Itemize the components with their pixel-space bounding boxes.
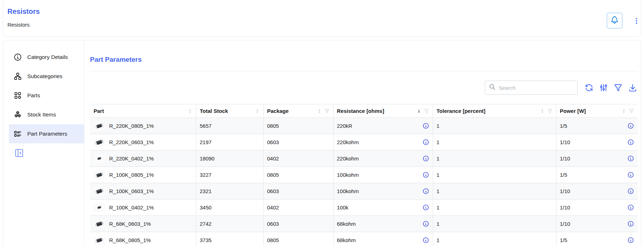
tolerance-value: 1 <box>433 183 556 199</box>
info-circle-icon[interactable] <box>627 122 634 129</box>
category-grid-icon <box>13 91 22 100</box>
breadcrumb[interactable]: Resistors <box>7 22 637 28</box>
page-title: Resistors <box>7 7 637 16</box>
info-circle-icon[interactable] <box>422 139 429 146</box>
tolerance-value: 1 <box>433 232 556 246</box>
list-details-icon <box>13 130 22 138</box>
package-value: 0603 <box>263 216 333 232</box>
tolerance-value: 1 <box>433 151 556 167</box>
sort-descending-icon[interactable] <box>416 108 421 114</box>
total-stock-value: 5657 <box>196 118 263 134</box>
column-header-part[interactable]: Part <box>90 104 196 118</box>
column-header-power-w[interactable]: Power [W] <box>556 104 638 118</box>
part-name: R_220K_0402_1% <box>109 155 154 162</box>
search-icon <box>489 83 496 92</box>
sort-selector-icon[interactable] <box>255 108 260 114</box>
column-label: Resistance [ohms] <box>337 108 416 114</box>
notifications-button[interactable] <box>607 13 622 28</box>
info-circle-icon[interactable] <box>422 237 429 244</box>
column-label: Tolerance [percent] <box>437 108 540 114</box>
sitemap-icon <box>13 72 22 81</box>
filter-icon[interactable] <box>613 83 623 93</box>
sidebar-item-label: Category Details <box>27 54 68 60</box>
info-circle-icon[interactable] <box>627 155 634 162</box>
divider <box>90 71 637 71</box>
package-value: 0805 <box>263 232 333 246</box>
search-input[interactable] <box>499 85 574 91</box>
info-circle-icon[interactable] <box>627 188 634 195</box>
table-row[interactable]: R_220K_0805_1%56570805220kR11/5 <box>90 118 638 134</box>
sort-selector-icon[interactable] <box>187 108 192 114</box>
column-header-total-stock[interactable]: Total Stock <box>196 104 263 118</box>
info-circle-icon[interactable] <box>627 204 634 211</box>
column-header-package[interactable]: Package <box>263 104 333 118</box>
info-circle-icon[interactable] <box>627 237 634 244</box>
info-circle-icon[interactable] <box>422 220 429 227</box>
power-value: 1/10 <box>560 155 570 162</box>
section-title: Part Parameters <box>90 55 637 64</box>
table-row[interactable]: R_68K_0603_1%2742060368kohm11/10 <box>90 216 638 232</box>
refresh-icon[interactable] <box>584 83 594 93</box>
package-value: 0402 <box>263 199 333 216</box>
part-name: R_220K_0805_1% <box>109 123 154 129</box>
column-label: Power [W] <box>560 108 622 114</box>
info-circle-icon[interactable] <box>627 171 634 178</box>
table-body: R_220K_0805_1%56570805220kR11/5R_220K_06… <box>90 118 638 246</box>
table-row[interactable]: R_100K_0805_1%32270805100kohm11/5 <box>90 167 638 183</box>
resistance-value: 68kohm <box>337 237 356 243</box>
tolerance-value: 1 <box>433 199 556 216</box>
search-box[interactable] <box>485 81 578 95</box>
table-header-row: PartTotal StockPackageResistance [ohms]T… <box>90 104 638 118</box>
total-stock-value: 2321 <box>196 183 263 199</box>
package-value: 0805 <box>263 167 333 183</box>
column-filter-icon[interactable] <box>629 108 634 114</box>
column-filter-icon[interactable] <box>324 108 330 114</box>
dots-vertical-icon <box>633 17 640 26</box>
adjustments-icon[interactable] <box>599 83 608 93</box>
sidebar-item-category-details[interactable]: Category Details <box>9 48 84 67</box>
package-value: 0603 <box>263 183 333 199</box>
column-header-tolerance-percent[interactable]: Tolerance [percent] <box>433 104 556 118</box>
column-label: Part <box>94 108 187 114</box>
table-row[interactable]: R_220K_0603_1%21970603220kohm11/10 <box>90 134 638 151</box>
column-filter-icon[interactable] <box>424 108 429 114</box>
power-value: 1/5 <box>560 237 567 243</box>
table-row[interactable]: R_100K_0603_1%23210603100kohm11/10 <box>90 183 638 199</box>
column-filter-icon[interactable] <box>547 108 553 114</box>
info-circle-icon[interactable] <box>422 204 429 211</box>
part-thumbnail <box>94 121 105 131</box>
info-circle-icon[interactable] <box>422 122 429 129</box>
info-circle-icon[interactable] <box>422 188 429 195</box>
total-stock-value: 3227 <box>196 167 263 183</box>
sort-selector-icon[interactable] <box>540 108 545 114</box>
sidebar-item-part-parameters[interactable]: Part Parameters <box>9 124 84 143</box>
sidebar-item-parts[interactable]: Parts <box>9 86 84 105</box>
sidebar-item-stock-items[interactable]: Stock Items <box>9 105 84 124</box>
table-row[interactable]: R_68K_0805_1%3735080568kohm11/5 <box>90 232 638 246</box>
sort-selector-icon[interactable] <box>317 108 322 114</box>
part-thumbnail <box>94 187 105 196</box>
table-row[interactable]: R_100K_0402_1%34500402100k11/10 <box>90 199 638 216</box>
info-circle-icon[interactable] <box>422 171 429 178</box>
tolerance-value: 1 <box>433 134 556 151</box>
download-icon[interactable] <box>628 83 637 93</box>
power-value: 1/10 <box>560 204 570 211</box>
power-value: 1/10 <box>560 139 570 145</box>
menu-button[interactable] <box>633 14 640 29</box>
info-circle-icon[interactable] <box>422 155 429 162</box>
power-value: 1/5 <box>560 172 567 178</box>
sort-selector-icon[interactable] <box>621 108 626 114</box>
column-header-resistance-ohms[interactable]: Resistance [ohms] <box>333 104 433 118</box>
table-row[interactable]: R_220K_0402_1%180900402220kohm11/10 <box>90 151 638 167</box>
main-panel: Category Details Subcategories Parts <box>3 40 641 246</box>
info-circle-icon[interactable] <box>627 139 634 146</box>
part-thumbnail <box>94 236 105 245</box>
package-value: 0603 <box>263 134 333 151</box>
tolerance-value: 1 <box>433 118 556 134</box>
sidebar-collapse-icon[interactable] <box>14 148 24 158</box>
table-toolbar <box>90 81 637 95</box>
info-circle-icon[interactable] <box>627 220 634 227</box>
sidebar-item-subcategories[interactable]: Subcategories <box>9 67 84 86</box>
sidebar-item-label: Part Parameters <box>27 131 67 137</box>
part-name: R_100K_0603_1% <box>109 188 154 194</box>
